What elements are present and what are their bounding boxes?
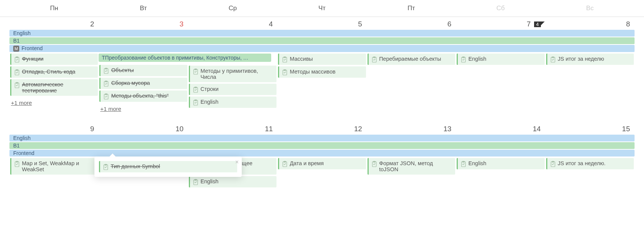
task-item[interactable]: Map и Set, WeakMap и WeakSet [10,158,98,175]
task-item[interactable]: Автоматическое тестирование [10,79,98,96]
task-item[interactable]: Отладка, Стиль кода [10,66,98,78]
more-link[interactable]: +1 more [99,103,187,114]
clipboard-icon [372,161,377,167]
more-popover: × Тип данных Symbol [94,157,242,177]
weekday-tue: Вт [99,0,188,17]
task-item[interactable]: Методы у примитивов, Числа [189,66,276,82]
task-text: Map и Set, WeakMap и WeakSet [22,160,95,172]
day-column: JS итог за неделю [545,54,635,114]
date-cell[interactable]: 7 4 [456,17,545,30]
all-day-bar-frontend[interactable]: Frontend [9,150,635,157]
task-text: Формат JSON, метод toJSON [379,160,452,172]
clipboard-icon [193,69,198,75]
clipboard-icon [103,94,109,100]
task-item[interactable]: JS итог за неделю. [546,158,634,169]
task-text: Перебираемые объекты [379,56,441,62]
task-text: Объекты [111,67,134,73]
calendar: Пн Вт Ср Чт Пт Сб Вс 2 3 4 5 6 7 4 8 Eng… [0,0,644,187]
all-day-bar-english[interactable]: English [9,135,635,141]
task-text: English [468,160,486,166]
bar-label: Преобразование объектов в примитивы, Кон… [105,55,249,61]
task-item[interactable]: Тип данных Symbol [99,161,237,172]
clipboard-icon [14,57,20,63]
task-item[interactable]: Сборка мусора [99,78,187,89]
date-cell[interactable]: 10 [99,122,188,135]
all-day-bar-b1[interactable]: B1 [9,37,635,44]
task-text: Сборка мусора [111,80,150,86]
date-cell[interactable]: 15 [545,122,635,135]
clipboard-icon [461,161,466,167]
task-item[interactable]: Дата и время [278,158,366,169]
task-item[interactable]: Методы массивов [278,66,366,78]
task-item[interactable]: Перебираемые объекты [368,54,455,65]
all-day-bar-b1[interactable]: B1 [9,142,635,149]
day-column: T Преобразование объектов в примитивы, К… [99,54,188,114]
close-icon[interactable]: × [235,159,239,166]
date-cell[interactable]: 2 [9,17,99,30]
badge-t: T [102,55,105,61]
day-column: Перебираемые объекты [367,54,456,114]
weekday-header: Пн Вт Ср Чт Пт Сб Вс [0,0,644,17]
task-item[interactable]: Методы объекта, "this" [99,91,187,102]
date-cell[interactable]: 5 [277,17,366,30]
date-row-2: 9 10 11 12 13 14 15 [0,122,644,135]
date-cell[interactable]: 8 [545,17,635,30]
weekday-thu: Чт [277,0,366,17]
clipboard-icon [193,179,198,185]
task-text: Автоматическое тестирование [22,81,95,94]
clipboard-icon [193,100,198,106]
clipboard-icon [282,57,287,63]
task-text: Методы массивов [290,69,335,75]
date-row-1: 2 3 4 5 6 7 4 8 [0,17,644,30]
task-item[interactable]: Объекты [99,65,187,76]
task-item[interactable]: English [189,97,276,108]
date-cell[interactable]: 4 [188,17,277,30]
task-item[interactable]: English [457,54,544,65]
date-number: 7 [527,20,531,28]
task-item[interactable]: Формат JSON, метод toJSON [368,158,455,175]
weekday-wed: Ср [188,0,277,17]
task-item[interactable]: Массивы [278,54,366,65]
clipboard-icon [282,69,287,75]
weekday-fri: Пт [367,0,456,17]
more-link[interactable]: +1 more [10,97,98,108]
day-column: Map и Set, WeakMap и WeakSet [9,158,99,187]
task-text: Массивы [290,56,313,62]
clipboard-icon [14,161,20,167]
weekday-sun: Вс [545,0,635,17]
task-text: English [468,56,486,62]
task-text: Тип данных Symbol [111,163,160,169]
task-item[interactable]: Строки [189,84,276,95]
date-cell[interactable]: 12 [277,122,366,135]
weekday-sat: Сб [456,0,545,17]
date-cell[interactable]: 6 [367,17,456,30]
all-day-bar-english[interactable]: English [9,30,635,37]
day-column: JS итог за неделю. [545,158,635,187]
task-text: JS итог за неделю [558,56,604,62]
clipboard-icon [14,82,20,88]
all-day-bar-frontend[interactable]: MFrontend [9,45,635,52]
bar-label: Frontend [22,45,43,51]
task-item[interactable]: English [189,176,276,187]
task-item[interactable]: JS итог за неделю [546,54,634,65]
date-cell[interactable]: 9 [9,122,99,135]
clipboard-icon [550,161,556,167]
date-cell[interactable]: 13 [367,122,456,135]
tasks-row-1: Функции Отладка, Стиль кода Автоматическ… [0,54,644,114]
date-cell[interactable]: 11 [188,122,277,135]
date-cell-today[interactable]: 3 [99,17,188,30]
task-text: Методы объекта, "this" [111,93,168,99]
day-column: Методы у примитивов, Числа Строки Englis… [188,54,277,114]
clipboard-icon [372,57,377,63]
multi-day-task-bar[interactable]: T Преобразование объектов в примитивы, К… [99,54,271,62]
task-text: Функции [22,56,43,62]
clipboard-icon [103,81,109,87]
badge-m: M [13,46,19,52]
task-item[interactable]: English [457,158,544,169]
task-item[interactable]: Функции [10,54,98,65]
weekday-mon: Пн [9,0,99,17]
task-text: Строки [201,86,219,92]
week-1: 2 3 4 5 6 7 4 8 English B1 MFrontend Фун… [0,17,644,114]
date-cell[interactable]: 14 [456,122,545,135]
clipboard-icon [282,161,287,167]
